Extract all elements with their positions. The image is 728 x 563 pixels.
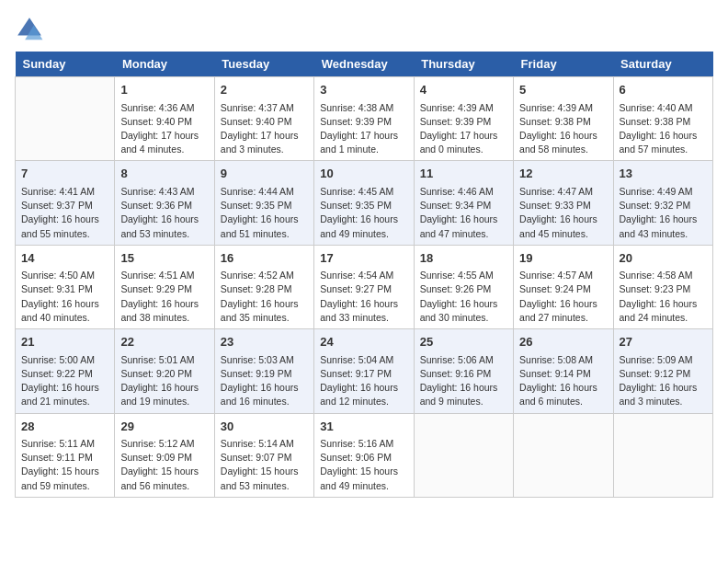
calendar-cell: 13Sunrise: 4:49 AMSunset: 9:32 PMDayligh… [613, 161, 712, 245]
calendar-cell: 6Sunrise: 4:40 AMSunset: 9:38 PMDaylight… [613, 77, 712, 161]
calendar-cell: 7Sunrise: 4:41 AMSunset: 9:37 PMDaylight… [16, 161, 115, 245]
day-info: Sunrise: 5:06 AMSunset: 9:16 PMDaylight:… [420, 353, 507, 409]
calendar-cell: 28Sunrise: 5:11 AMSunset: 9:11 PMDayligh… [16, 413, 115, 497]
day-number: 6 [620, 81, 707, 99]
weekday-header-row: SundayMondayTuesdayWednesdayThursdayFrid… [16, 52, 713, 77]
day-info: Sunrise: 4:46 AMSunset: 9:34 PMDaylight:… [420, 185, 507, 241]
weekday-header-sunday: Sunday [16, 52, 115, 77]
day-info: Sunrise: 4:39 AMSunset: 9:38 PMDaylight:… [519, 101, 607, 157]
day-info: Sunrise: 4:54 AMSunset: 9:27 PMDaylight:… [320, 269, 407, 325]
calendar-cell: 14Sunrise: 4:50 AMSunset: 9:31 PMDayligh… [16, 245, 115, 328]
weekday-header-friday: Friday [514, 52, 613, 77]
calendar-cell: 2Sunrise: 4:37 AMSunset: 9:40 PMDaylight… [214, 77, 313, 161]
day-number: 23 [221, 333, 308, 351]
day-info: Sunrise: 4:44 AMSunset: 9:35 PMDaylight:… [221, 185, 308, 241]
page-header [15, 15, 713, 44]
day-number: 30 [221, 418, 308, 436]
calendar-cell: 8Sunrise: 4:43 AMSunset: 9:36 PMDaylight… [115, 161, 214, 245]
calendar-cell: 9Sunrise: 4:44 AMSunset: 9:35 PMDaylight… [214, 161, 313, 245]
weekday-header-wednesday: Wednesday [314, 52, 414, 77]
day-number: 18 [420, 249, 507, 268]
day-info: Sunrise: 5:04 AMSunset: 9:17 PMDaylight:… [320, 353, 407, 409]
day-info: Sunrise: 4:45 AMSunset: 9:35 PMDaylight:… [320, 185, 407, 241]
logo [15, 15, 48, 44]
day-info: Sunrise: 5:08 AMSunset: 9:14 PMDaylight:… [519, 353, 607, 409]
day-info: Sunrise: 4:43 AMSunset: 9:36 PMDaylight:… [120, 185, 208, 241]
day-number: 20 [620, 249, 707, 268]
day-info: Sunrise: 4:55 AMSunset: 9:26 PMDaylight:… [420, 269, 507, 325]
day-number: 27 [620, 333, 707, 351]
day-number: 28 [21, 418, 108, 436]
day-number: 1 [120, 81, 208, 99]
calendar-week-1: 1Sunrise: 4:36 AMSunset: 9:40 PMDaylight… [16, 77, 713, 161]
day-number: 19 [519, 249, 607, 268]
day-info: Sunrise: 5:16 AMSunset: 9:06 PMDaylight:… [320, 437, 407, 493]
calendar-cell: 4Sunrise: 4:39 AMSunset: 9:39 PMDaylight… [414, 77, 513, 161]
calendar-cell: 20Sunrise: 4:58 AMSunset: 9:23 PMDayligh… [613, 245, 712, 328]
logo-icon [15, 15, 44, 44]
calendar-week-5: 28Sunrise: 5:11 AMSunset: 9:11 PMDayligh… [16, 413, 713, 497]
day-info: Sunrise: 5:09 AMSunset: 9:12 PMDaylight:… [620, 353, 707, 409]
calendar-cell: 17Sunrise: 4:54 AMSunset: 9:27 PMDayligh… [314, 245, 414, 328]
day-number: 14 [21, 249, 108, 268]
calendar-cell [16, 77, 115, 161]
calendar-table: SundayMondayTuesdayWednesdayThursdayFrid… [15, 52, 713, 498]
day-info: Sunrise: 5:03 AMSunset: 9:19 PMDaylight:… [221, 353, 308, 409]
calendar-cell: 16Sunrise: 4:52 AMSunset: 9:28 PMDayligh… [214, 245, 313, 328]
day-number: 17 [320, 249, 407, 268]
day-number: 22 [120, 333, 208, 351]
day-number: 10 [320, 165, 407, 183]
day-info: Sunrise: 4:38 AMSunset: 9:39 PMDaylight:… [320, 101, 407, 157]
day-number: 5 [519, 81, 607, 99]
calendar-cell [613, 413, 712, 497]
calendar-cell: 18Sunrise: 4:55 AMSunset: 9:26 PMDayligh… [414, 245, 513, 328]
day-number: 3 [320, 81, 407, 99]
weekday-header-monday: Monday [115, 52, 214, 77]
weekday-header-tuesday: Tuesday [214, 52, 313, 77]
day-number: 21 [21, 333, 108, 351]
calendar-cell: 1Sunrise: 4:36 AMSunset: 9:40 PMDaylight… [115, 77, 214, 161]
day-number: 15 [120, 249, 208, 268]
day-info: Sunrise: 4:47 AMSunset: 9:33 PMDaylight:… [519, 185, 607, 241]
day-number: 26 [519, 333, 607, 351]
calendar-cell: 19Sunrise: 4:57 AMSunset: 9:24 PMDayligh… [514, 245, 613, 328]
day-info: Sunrise: 5:14 AMSunset: 9:07 PMDaylight:… [221, 437, 308, 493]
day-number: 2 [221, 81, 308, 99]
calendar-cell [414, 413, 513, 497]
calendar-cell: 22Sunrise: 5:01 AMSunset: 9:20 PMDayligh… [115, 329, 214, 413]
calendar-cell: 11Sunrise: 4:46 AMSunset: 9:34 PMDayligh… [414, 161, 513, 245]
calendar-week-4: 21Sunrise: 5:00 AMSunset: 9:22 PMDayligh… [16, 329, 713, 413]
calendar-cell: 23Sunrise: 5:03 AMSunset: 9:19 PMDayligh… [214, 329, 313, 413]
calendar-cell [514, 413, 613, 497]
day-info: Sunrise: 4:51 AMSunset: 9:29 PMDaylight:… [120, 269, 208, 325]
calendar-cell: 24Sunrise: 5:04 AMSunset: 9:17 PMDayligh… [314, 329, 414, 413]
day-number: 24 [320, 333, 407, 351]
day-number: 9 [221, 165, 308, 183]
calendar-cell: 29Sunrise: 5:12 AMSunset: 9:09 PMDayligh… [115, 413, 214, 497]
calendar-cell: 26Sunrise: 5:08 AMSunset: 9:14 PMDayligh… [514, 329, 613, 413]
calendar-cell: 21Sunrise: 5:00 AMSunset: 9:22 PMDayligh… [16, 329, 115, 413]
calendar-week-3: 14Sunrise: 4:50 AMSunset: 9:31 PMDayligh… [16, 245, 713, 328]
day-number: 25 [420, 333, 507, 351]
calendar-cell: 5Sunrise: 4:39 AMSunset: 9:38 PMDaylight… [514, 77, 613, 161]
day-info: Sunrise: 4:36 AMSunset: 9:40 PMDaylight:… [120, 101, 208, 157]
calendar-cell: 27Sunrise: 5:09 AMSunset: 9:12 PMDayligh… [613, 329, 712, 413]
day-info: Sunrise: 4:40 AMSunset: 9:38 PMDaylight:… [620, 101, 707, 157]
calendar-cell: 15Sunrise: 4:51 AMSunset: 9:29 PMDayligh… [115, 245, 214, 328]
day-info: Sunrise: 4:41 AMSunset: 9:37 PMDaylight:… [21, 185, 108, 241]
day-info: Sunrise: 5:01 AMSunset: 9:20 PMDaylight:… [120, 353, 208, 409]
day-info: Sunrise: 5:00 AMSunset: 9:22 PMDaylight:… [21, 353, 108, 409]
day-info: Sunrise: 4:37 AMSunset: 9:40 PMDaylight:… [221, 101, 308, 157]
calendar-cell: 3Sunrise: 4:38 AMSunset: 9:39 PMDaylight… [314, 77, 414, 161]
calendar-week-2: 7Sunrise: 4:41 AMSunset: 9:37 PMDaylight… [16, 161, 713, 245]
day-info: Sunrise: 5:11 AMSunset: 9:11 PMDaylight:… [21, 437, 108, 493]
day-info: Sunrise: 4:58 AMSunset: 9:23 PMDaylight:… [620, 269, 707, 325]
calendar-cell: 31Sunrise: 5:16 AMSunset: 9:06 PMDayligh… [314, 413, 414, 497]
day-info: Sunrise: 4:50 AMSunset: 9:31 PMDaylight:… [21, 269, 108, 325]
day-number: 31 [320, 418, 407, 436]
day-number: 16 [221, 249, 308, 268]
calendar-cell: 12Sunrise: 4:47 AMSunset: 9:33 PMDayligh… [514, 161, 613, 245]
weekday-header-thursday: Thursday [414, 52, 513, 77]
day-number: 29 [120, 418, 208, 436]
day-number: 13 [620, 165, 707, 183]
